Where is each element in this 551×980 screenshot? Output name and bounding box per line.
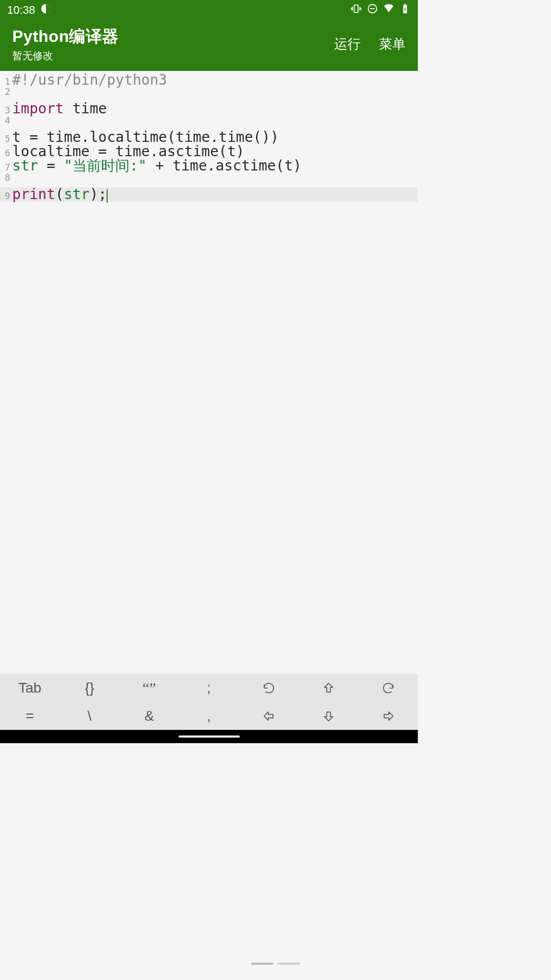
arrow-up-icon [321, 681, 336, 695]
run-button[interactable]: 运行 [334, 35, 361, 53]
line-number: 7 [3, 163, 12, 172]
key-arrow-down-icon[interactable] [298, 702, 358, 730]
vibrate-icon [350, 3, 362, 17]
key-Tab[interactable]: Tab [0, 674, 60, 702]
battery-icon [399, 3, 411, 17]
code-line[interactable]: 1#!/usr/bin/python3 [0, 73, 418, 87]
line-number: 2 [3, 87, 12, 96]
cursor [107, 189, 108, 203]
code-line[interactable]: 9print(str); [0, 187, 418, 202]
key-arrow-right-icon[interactable] [358, 702, 418, 730]
key-[interactable]: \ [60, 702, 119, 730]
key-undo-icon[interactable] [239, 674, 298, 702]
app-icon [40, 3, 52, 17]
redo-icon [381, 681, 395, 695]
arrow-down-icon [321, 709, 336, 723]
menu-button[interactable]: 菜单 [379, 35, 406, 53]
line-number: 9 [3, 191, 12, 201]
code-line[interactable]: 7str = "当前时间:" + time.asctime(t) [0, 159, 418, 173]
key-[interactable]: {} [60, 674, 119, 702]
line-number: 6 [3, 149, 12, 158]
system-nav-bar[interactable] [0, 730, 418, 743]
key-[interactable]: ; [179, 674, 239, 702]
line-number: 4 [3, 116, 12, 125]
code-line[interactable]: 3import time [0, 102, 418, 116]
nav-handle[interactable] [179, 736, 240, 738]
key-arrow-left-icon[interactable] [239, 702, 298, 730]
line-number: 5 [3, 134, 12, 143]
code-line[interactable]: 4 [0, 116, 418, 130]
svg-rect-1 [354, 5, 358, 13]
app-header: Python编译器 暂无修改 运行 菜单 [0, 20, 418, 71]
code-content[interactable]: str = "当前时间:" + time.asctime(t) [12, 159, 302, 173]
key-[interactable]: = [0, 702, 60, 730]
symbol-toolbar: Tab{}“”; =\&, [0, 674, 418, 730]
key-[interactable]: , [179, 702, 239, 730]
line-number: 8 [3, 173, 12, 182]
code-content[interactable]: localtime = time.asctime(t) [12, 144, 244, 159]
app-title: Python编译器 [12, 26, 119, 48]
key-arrow-up-icon[interactable] [298, 674, 358, 702]
line-number: 3 [3, 106, 12, 115]
svg-rect-5 [404, 4, 406, 5]
code-line[interactable]: 8 [0, 173, 418, 187]
key-redo-icon[interactable] [358, 674, 418, 702]
key-[interactable]: “” [119, 674, 179, 702]
code-line[interactable]: 6localtime = time.asctime(t) [0, 144, 418, 159]
code-line[interactable]: 2 [0, 87, 418, 102]
arrow-right-icon [381, 709, 395, 723]
dnd-icon [367, 3, 378, 17]
code-line[interactable]: 5t = time.localtime(time.time()) [0, 130, 418, 144]
undo-icon [262, 681, 276, 695]
status-time: 10:38 [7, 4, 35, 17]
app-subtitle: 暂无修改 [12, 49, 119, 63]
code-content[interactable]: #!/usr/bin/python3 [12, 73, 167, 87]
code-content[interactable]: print(str); [12, 187, 108, 202]
code-editor[interactable]: 1#!/usr/bin/python323import time45t = ti… [0, 71, 418, 674]
wifi-icon [383, 3, 394, 17]
line-number: 1 [3, 77, 12, 86]
status-bar: 10:38 [0, 0, 418, 20]
key-[interactable]: & [119, 702, 179, 730]
code-content[interactable]: t = time.localtime(time.time()) [12, 130, 279, 144]
arrow-left-icon [262, 709, 276, 723]
code-content[interactable]: import time [12, 102, 107, 116]
